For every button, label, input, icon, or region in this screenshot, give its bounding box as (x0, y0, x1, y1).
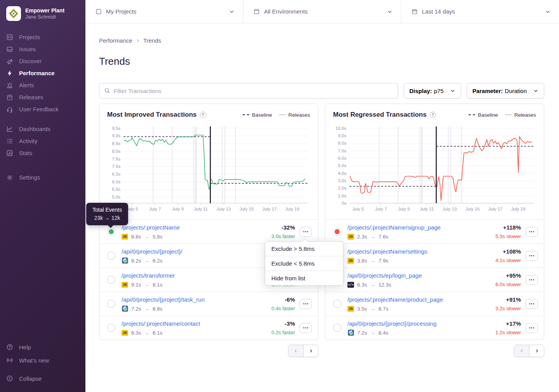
row-actions-button[interactable] (526, 299, 538, 309)
transaction-search (99, 83, 398, 98)
display-dropdown[interactable]: Display: p75 (404, 83, 461, 98)
sidebar-item-discover[interactable]: Discover (0, 55, 85, 67)
svg-text:July 15: July 15 (240, 207, 254, 211)
arrow-right-icon: → (144, 258, 150, 264)
transaction-link[interactable]: /projects/:projectName/settings (347, 248, 427, 255)
environment-filter-dropdown[interactable]: All Environments (243, 0, 401, 23)
svg-text:3.0s: 3.0s (338, 178, 346, 183)
transaction-radio[interactable] (333, 324, 341, 332)
sidebar-item-performance[interactable]: Performance (0, 67, 85, 79)
regressed-chart[interactable]: 10.0s9.0s8.0s7.0s6.0s5.0s4.0s3.0s2.0s1.0… (331, 123, 537, 219)
display-label: Display: (410, 88, 432, 94)
next-page-button[interactable] (303, 345, 318, 357)
row-actions-button[interactable] (526, 275, 538, 285)
improved-chart[interactable]: 9.5s9.0s8.5s8.0s7.5s7.0s6.5s6.0s5.5s5.0s… (105, 123, 311, 219)
row-actions-button[interactable] (526, 251, 538, 261)
releases-line-icon (505, 114, 512, 115)
row-actions-button[interactable] (300, 299, 312, 309)
parameter-label: Parameter: (472, 88, 503, 94)
menu-item-exclude-below[interactable]: Exclude < 5.8ms (265, 256, 343, 271)
delta-label: 1.2s slower (485, 330, 521, 335)
svg-text:7.0s: 7.0s (112, 164, 120, 169)
transaction-link[interactable]: /projects/:projectName/product_page (347, 296, 443, 303)
search-input[interactable] (114, 88, 393, 94)
sidebar-item-projects[interactable]: Projects (0, 31, 85, 43)
broadcast-icon (6, 357, 13, 364)
sidebar-item-help[interactable]: Help (0, 340, 85, 354)
help-icon[interactable]: ? (200, 112, 206, 118)
transaction-radio[interactable] (107, 300, 115, 308)
transaction-radio[interactable] (107, 276, 115, 284)
svg-text:4.0s: 4.0s (338, 171, 346, 176)
help-icon[interactable]: ? (430, 112, 436, 118)
javascript-platform-icon: JS (347, 258, 354, 264)
sidebar-item-issues[interactable]: Issues (0, 43, 85, 55)
svg-text:8.5s: 8.5s (112, 141, 120, 146)
breadcrumb-performance[interactable]: Performance (99, 37, 132, 44)
sidebar-item-user-feedback[interactable]: User Feedback (0, 103, 85, 115)
org-user: Jane Schmidt (25, 14, 64, 20)
sidebar-item-dashboards[interactable]: Dashboards (0, 123, 85, 135)
svg-text:6.0s: 6.0s (112, 180, 120, 184)
menu-item-hide-from-list[interactable]: Hide from list (265, 271, 343, 285)
python-platform-icon (347, 330, 354, 336)
transaction-link[interactable]: /api/0/projects/ep/login_page (347, 272, 422, 279)
siren-icon (6, 82, 13, 89)
sidebar-item-collapse[interactable]: Collapse (0, 372, 85, 385)
sidebar: Empower Plant Jane Schmidt ProjectsIssue… (0, 0, 85, 392)
arrow-right-icon: → (370, 258, 376, 264)
transaction-link[interactable]: /projects/transformer (122, 272, 175, 279)
sidebar-item-stats[interactable]: Stats (0, 147, 85, 159)
transaction-radio-selected[interactable] (107, 228, 115, 236)
arrow-right-icon: → (370, 330, 376, 336)
improved-panel-title: Most Improved Transactions (107, 111, 197, 119)
transaction-link[interactable]: /projects/:projectName/contact (122, 320, 200, 327)
sidebar-item-whats-new[interactable]: What’s new (0, 354, 85, 367)
svg-text:1.0s: 1.0s (338, 193, 346, 198)
transaction-radio[interactable] (333, 300, 341, 308)
transaction-radio-selected[interactable] (333, 228, 341, 236)
percent-change: +91% (485, 296, 521, 303)
issues-icon (6, 46, 13, 53)
row-actions-button[interactable] (300, 227, 312, 237)
transaction-link[interactable]: /projects/:projectName (122, 224, 180, 231)
transaction-link[interactable]: /api/0/projects/{project}/processing (347, 320, 436, 327)
transaction-row: /projects/:projectName/contactJS6.3s→6.1… (99, 316, 318, 340)
sidebar-item-label: Alerts (19, 82, 34, 88)
svg-text:July 7: July 7 (149, 207, 161, 211)
transaction-radio[interactable] (107, 324, 115, 332)
chevron-down-icon (229, 9, 234, 14)
sidebar-item-releases[interactable]: Releases (0, 91, 85, 103)
row-actions-button[interactable] (526, 323, 538, 333)
sidebar-footer: HelpWhat’s newCollapse (0, 340, 85, 385)
svg-text:July 11: July 11 (194, 207, 208, 211)
percent-change: -6% (259, 296, 295, 303)
percent-change: +95% (485, 272, 521, 279)
date-range-dropdown[interactable]: Last 14 days (401, 0, 559, 23)
row-actions-button[interactable] (526, 227, 538, 237)
prev-page-button[interactable] (288, 345, 303, 357)
parameter-dropdown[interactable]: Parameter: Duration (467, 83, 544, 98)
question-circle-icon (6, 344, 13, 351)
transaction-link[interactable]: /api/0/projects/{project}/ (122, 248, 182, 255)
projects-icon (6, 34, 13, 41)
sidebar-item-alerts[interactable]: Alerts (0, 79, 85, 91)
sidebar-item-activity[interactable]: Activity (0, 135, 85, 147)
prev-page-button[interactable] (514, 345, 529, 357)
row-actions-button[interactable] (300, 323, 312, 333)
transaction-link[interactable]: /api/0/projects/{project}/task_run (122, 296, 205, 303)
project-filter-dropdown[interactable]: My Projects (85, 0, 243, 23)
transaction-link[interactable]: /projects/:projectName/signup_page (347, 224, 441, 231)
next-page-button[interactable] (529, 345, 544, 357)
delta-label: 3.0s faster (259, 233, 295, 239)
org-switcher[interactable]: Empower Plant Jane Schmidt (0, 0, 85, 21)
sidebar-item-settings[interactable]: Settings (0, 171, 85, 183)
transaction-radio[interactable] (107, 252, 115, 260)
svg-text:9.0s: 9.0s (338, 133, 346, 138)
sidebar-item-label: Discover (19, 58, 42, 64)
percent-change: +17% (485, 320, 521, 327)
svg-text:July 17: July 17 (262, 207, 277, 211)
transaction-row: /api/0/projects/{project}/processing7.2s… (325, 316, 544, 340)
improved-panel: Most Improved Transactions ? Baseline Re… (99, 104, 318, 340)
svg-text:July 17: July 17 (488, 207, 503, 211)
